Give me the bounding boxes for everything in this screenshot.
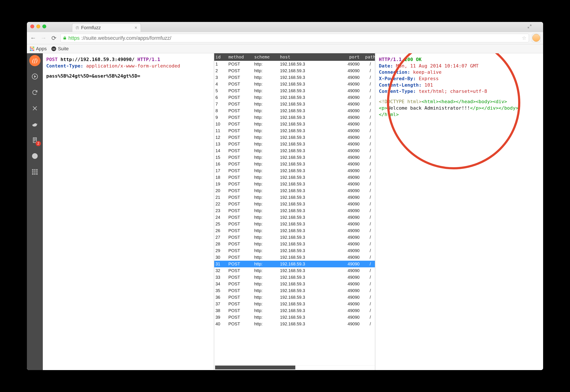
- cell-scheme: http:: [254, 314, 280, 320]
- table-row[interactable]: 27POSThttp:192.168.59.349090/: [214, 234, 375, 241]
- minimize-window-button[interactable]: [36, 25, 40, 28]
- bookmark-star-icon[interactable]: ☆: [522, 35, 526, 41]
- table-row[interactable]: 10POSThttp:192.168.59.349090/: [214, 121, 375, 127]
- cell-path: /: [362, 241, 375, 247]
- profile-avatar[interactable]: [532, 34, 540, 42]
- table-row[interactable]: 21POSThttp:192.168.59.349090/: [214, 194, 375, 201]
- table-row[interactable]: 31POSThttp:192.168.59.349090/: [214, 261, 375, 267]
- cell-host: 192.168.59.3: [280, 221, 332, 227]
- browser-tab[interactable]: (f) Formfuzz ×: [72, 23, 141, 32]
- table-row[interactable]: 3POSThttp:192.168.59.349090/: [214, 74, 375, 81]
- col-scheme[interactable]: scheme: [254, 54, 280, 60]
- col-method[interactable]: method: [228, 54, 254, 60]
- sidebar-item-info[interactable]: i: [29, 150, 41, 162]
- table-row[interactable]: 20POSThttp:192.168.59.349090/: [214, 187, 375, 194]
- cell-id: 18: [216, 174, 228, 180]
- table-row[interactable]: 38POSThttp:192.168.59.349090/: [214, 307, 375, 314]
- table-row[interactable]: 16POSThttp:192.168.59.349090/: [214, 161, 375, 168]
- table-body[interactable]: 1POSThttp:192.168.59.349090/2POSThttp:19…: [214, 61, 375, 365]
- forward-button[interactable]: →: [40, 34, 47, 42]
- cell-port: 49090: [332, 101, 362, 107]
- cell-path: /: [362, 214, 375, 220]
- close-window-button[interactable]: [30, 25, 34, 28]
- address-bar[interactable]: https://suite.websecurify.com/apps/formf…: [60, 34, 529, 42]
- suite-bookmark[interactable]: ws Suite: [51, 46, 69, 52]
- table-row[interactable]: 29POSThttp:192.168.59.349090/: [214, 247, 375, 254]
- reload-button[interactable]: ⟳: [50, 34, 58, 42]
- table-row[interactable]: 7POSThttp:192.168.59.349090/: [214, 101, 375, 108]
- sidebar-item-grid[interactable]: [29, 166, 41, 178]
- table-row[interactable]: 36POSThttp:192.168.59.349090/: [214, 294, 375, 301]
- table-row[interactable]: 14POSThttp:192.168.59.349090/: [214, 147, 375, 154]
- response-header-row: X-Powered-By: Express: [379, 75, 540, 82]
- cell-method: POST: [228, 321, 254, 327]
- sidebar-item-bird[interactable]: [29, 119, 41, 130]
- table-row[interactable]: 39POSThttp:192.168.59.349090/: [214, 314, 375, 321]
- table-row[interactable]: 35POSThttp:192.168.59.349090/: [214, 287, 375, 294]
- response-header-key: Content-Type:: [379, 88, 416, 94]
- cell-path: /: [362, 274, 375, 280]
- table-row[interactable]: 12POSThttp:192.168.59.349090/: [214, 134, 375, 141]
- table-row[interactable]: 15POSThttp:192.168.59.349090/: [214, 154, 375, 161]
- table-row[interactable]: 23POSThttp:192.168.59.349090/: [214, 207, 375, 214]
- apps-bookmark[interactable]: Apps: [30, 46, 47, 52]
- sidebar-item-refresh[interactable]: [29, 87, 41, 98]
- cell-host: 192.168.59.3: [280, 61, 332, 67]
- cell-host: 192.168.59.3: [280, 235, 332, 240]
- table-row[interactable]: 8POSThttp:192.168.59.349090/: [214, 108, 375, 114]
- table-row[interactable]: 24POSThttp:192.168.59.349090/: [214, 214, 375, 221]
- col-path[interactable]: path: [362, 54, 376, 60]
- sidebar-item-play[interactable]: [29, 71, 41, 82]
- table-row[interactable]: 17POSThttp:192.168.59.349090/: [214, 168, 375, 174]
- table-row[interactable]: 19POSThttp:192.168.59.349090/: [214, 181, 375, 187]
- table-row[interactable]: 22POSThttp:192.168.59.349090/: [214, 201, 375, 207]
- cell-port: 49090: [332, 141, 362, 147]
- table-row[interactable]: 32POSThttp:192.168.59.349090/: [214, 267, 375, 274]
- table-row[interactable]: 40POSThttp:192.168.59.349090/: [214, 321, 375, 327]
- cell-scheme: http:: [254, 208, 280, 214]
- cell-port: 49090: [332, 228, 362, 234]
- cell-host: 192.168.59.3: [280, 121, 332, 127]
- cell-id: 21: [216, 195, 228, 200]
- cell-id: 34: [216, 281, 228, 287]
- table-row[interactable]: 1POSThttp:192.168.59.349090/: [214, 61, 375, 68]
- table-row[interactable]: 18POSThttp:192.168.59.349090/: [214, 174, 375, 181]
- table-row[interactable]: 4POSThttp:192.168.59.349090/: [214, 81, 375, 87]
- table-row[interactable]: 28POSThttp:192.168.59.349090/: [214, 241, 375, 247]
- table-row[interactable]: 37POSThttp:192.168.59.349090/: [214, 301, 375, 307]
- table-row[interactable]: 5POSThttp:192.168.59.349090/: [214, 87, 375, 94]
- maximize-window-button[interactable]: [42, 25, 46, 28]
- table-row[interactable]: 13POSThttp:192.168.59.349090/: [214, 141, 375, 147]
- col-port[interactable]: port: [332, 54, 362, 60]
- sidebar-item-notes[interactable]: 2: [29, 135, 41, 146]
- table-row[interactable]: 6POSThttp:192.168.59.349090/: [214, 94, 375, 101]
- window-controls: [30, 25, 46, 28]
- table-row[interactable]: 26POSThttp:192.168.59.349090/: [214, 227, 375, 234]
- cell-path: /: [362, 314, 375, 320]
- request-pane[interactable]: POST http://192.168.59.3:49090/ HTTP/1.1…: [43, 53, 214, 370]
- back-button[interactable]: ←: [29, 34, 37, 42]
- sidebar-item-windmill[interactable]: [29, 103, 41, 114]
- apps-icon: [30, 47, 34, 51]
- table-row[interactable]: 2POSThttp:192.168.59.349090/: [214, 68, 375, 74]
- cell-id: 35: [216, 288, 228, 294]
- table-row[interactable]: 33POSThttp:192.168.59.349090/: [214, 274, 375, 281]
- table-row[interactable]: 30POSThttp:192.168.59.349090/: [214, 254, 375, 261]
- table-row[interactable]: 11POSThttp:192.168.59.349090/: [214, 127, 375, 134]
- horizontal-scrollbar[interactable]: [215, 365, 295, 369]
- cell-method: POST: [228, 114, 254, 120]
- table-row[interactable]: 34POSThttp:192.168.59.349090/: [214, 281, 375, 287]
- bookmarks-bar: Apps ws Suite: [27, 44, 543, 53]
- cell-host: 192.168.59.3: [280, 274, 332, 280]
- response-pane[interactable]: HTTP/1.1 200 OK Date: Mon, 11 Aug 2014 1…: [375, 53, 543, 370]
- cell-port: 49090: [332, 68, 362, 74]
- col-id[interactable]: id: [216, 54, 228, 60]
- table-row[interactable]: 25POSThttp:192.168.59.349090/: [214, 221, 375, 227]
- col-host[interactable]: host: [280, 54, 332, 60]
- table-row[interactable]: 9POSThttp:192.168.59.349090/: [214, 114, 375, 121]
- fullscreen-icon[interactable]: [527, 24, 532, 29]
- cell-host: 192.168.59.3: [280, 321, 332, 327]
- sidebar-item-formfuzz[interactable]: (f): [29, 55, 41, 66]
- tab-close-icon[interactable]: ×: [134, 25, 137, 30]
- cell-scheme: http:: [254, 75, 280, 80]
